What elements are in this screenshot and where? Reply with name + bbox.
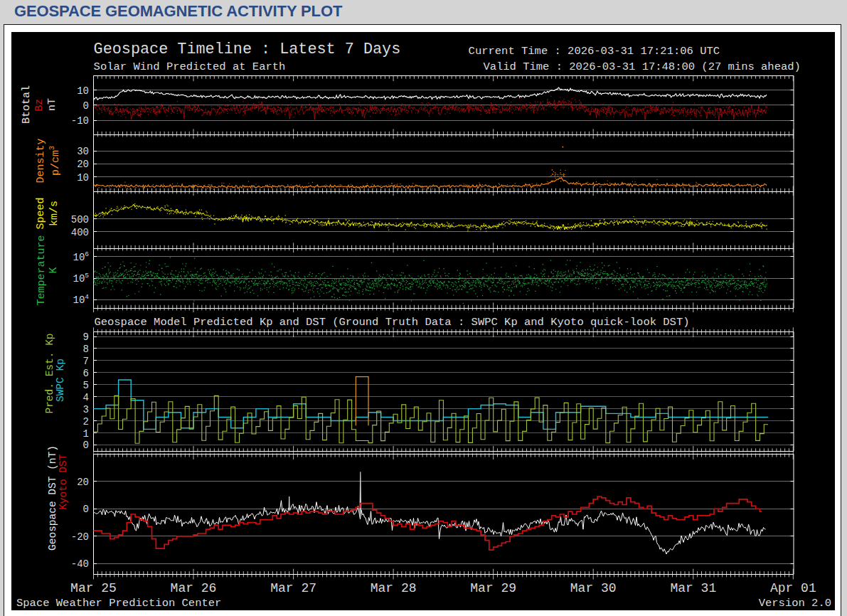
svg-text:Geospace Model Predicted Kp an: Geospace Model Predicted Kp and DST (Gro… (94, 316, 689, 329)
svg-text:nT: nT (46, 98, 58, 111)
svg-text:20: 20 (77, 159, 89, 170)
svg-text:-40: -40 (71, 558, 89, 570)
svg-text:Density: Density (35, 138, 47, 183)
svg-text:0: 0 (83, 440, 89, 451)
svg-text:Mar 29: Mar 29 (470, 581, 516, 595)
svg-text:K: K (48, 267, 60, 273)
svg-text:SWPC Kp: SWPC Kp (55, 359, 66, 402)
svg-text:Speed: Speed (35, 197, 47, 229)
svg-text:10: 10 (77, 172, 89, 184)
svg-text:2: 2 (83, 416, 89, 428)
svg-text:-20: -20 (71, 531, 89, 543)
svg-text:Solar Wind Predicted at Earth: Solar Wind Predicted at Earth (94, 60, 286, 73)
svg-text:Space Weather Prediction Cente: Space Weather Prediction Center (16, 597, 221, 610)
svg-text:30: 30 (77, 146, 89, 157)
svg-text:Mar 25: Mar 25 (70, 581, 117, 595)
svg-text:Current Time : 2026-03-31 17:2: Current Time : 2026-03-31 17:21:06 UTC (469, 45, 720, 58)
svg-text:6: 6 (83, 368, 89, 379)
svg-text:10: 10 (77, 85, 89, 97)
svg-text:4: 4 (83, 392, 89, 403)
svg-text:Mar 26: Mar 26 (171, 581, 217, 595)
svg-text:Kyoto DST: Kyoto DST (58, 454, 69, 510)
svg-text:1: 1 (83, 428, 89, 440)
svg-text:Valid Time : 2026-03-31 17:48:: Valid Time : 2026-03-31 17:48:00 (27 min… (483, 60, 800, 73)
svg-text:Temperature: Temperature (36, 235, 48, 305)
svg-text:7: 7 (83, 356, 89, 367)
svg-text:9: 9 (83, 331, 89, 343)
svg-text:Mar 30: Mar 30 (570, 581, 617, 595)
svg-text:Mar 27: Mar 27 (270, 581, 316, 595)
svg-text:Version 2.0: Version 2.0 (759, 597, 831, 610)
svg-text:Geospace Timeline : Latest 7 D: Geospace Timeline : Latest 7 Days (94, 41, 401, 58)
svg-text:0: 0 (83, 504, 89, 515)
svg-text:5: 5 (83, 380, 89, 391)
svg-text:p/cm3: p/cm3 (48, 146, 62, 176)
svg-text:-10: -10 (71, 115, 89, 127)
svg-text:Mar 31: Mar 31 (670, 581, 716, 595)
svg-text:3: 3 (83, 404, 89, 415)
svg-text:20: 20 (77, 477, 89, 488)
svg-text:Mar 28: Mar 28 (371, 581, 417, 595)
svg-text:Apr 01: Apr 01 (770, 581, 816, 595)
svg-text:500: 500 (71, 214, 89, 225)
svg-text:Btotal: Btotal (21, 85, 33, 124)
svg-text:Bz: Bz (33, 99, 46, 112)
svg-text:km/s: km/s (48, 201, 60, 226)
svg-text:0: 0 (83, 100, 89, 112)
svg-text:400: 400 (71, 227, 89, 238)
svg-text:8: 8 (83, 344, 89, 355)
